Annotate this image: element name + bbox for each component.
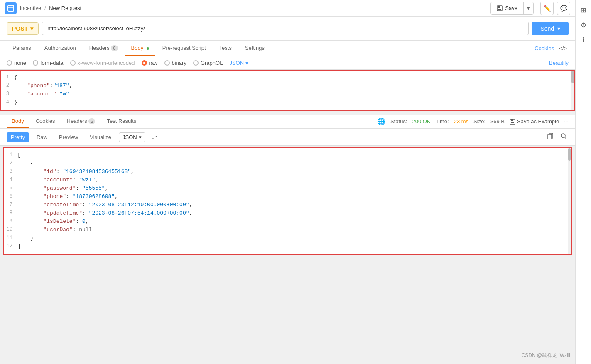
request-name[interactable]: New Request: [49, 5, 81, 11]
resp-line-10: 10 "userDao": null: [4, 226, 571, 235]
format-tab-raw[interactable]: Raw: [32, 132, 51, 142]
save-dropdown-button[interactable]: ▾: [524, 2, 533, 14]
method-arrow-icon: ▾: [30, 25, 33, 32]
request-tabs: Params Authorization Headers 8 Body Pre-…: [0, 41, 575, 56]
svg-rect-7: [511, 119, 513, 121]
app-logo: [5, 2, 17, 14]
tab-pre-request-script[interactable]: Pre-request Script: [157, 41, 212, 56]
resp-line-5: 5 "password": "55555",: [4, 185, 571, 193]
right-sidebar: ⊞ ⚙ ℹ: [575, 0, 591, 257]
time-value: 23 ms: [454, 118, 468, 125]
radio-raw[interactable]: raw: [142, 60, 158, 66]
sidebar-icon-3[interactable]: ℹ: [577, 33, 590, 46]
top-icon-group: ✏️ 💬: [540, 2, 570, 15]
save-label: Save: [505, 5, 517, 11]
resp-tab-cookies[interactable]: Cookies: [31, 115, 60, 128]
tab-authorization[interactable]: Authorization: [39, 41, 82, 56]
request-code-editor[interactable]: 1 { 2 "phone":"187", 3 "account":"w" 4 }: [1, 71, 574, 110]
radio-urlencoded-circle: [70, 60, 76, 66]
wrap-icon[interactable]: ⇌: [152, 133, 157, 141]
resp-tab-body[interactable]: Body: [7, 115, 29, 128]
size-label: Size:: [473, 118, 486, 125]
cookies-link[interactable]: Cookies: [533, 41, 556, 56]
resp-line-3: 3 "id": "1694321084536455168",: [4, 168, 571, 176]
request-body-editor: 1 { 2 "phone":"187", 3 "account":"w" 4 }: [0, 70, 575, 111]
radio-none[interactable]: none: [7, 60, 26, 66]
svg-rect-8: [511, 122, 514, 123]
radio-graphql-circle: [193, 60, 199, 66]
resp-tab-test-results[interactable]: Test Results: [102, 115, 141, 128]
resp-line-7: 7 "createTime": "2023-08-23T12:10:00.000…: [4, 201, 571, 210]
tab-body[interactable]: Body: [125, 41, 155, 56]
format-tab-visualize[interactable]: Visualize: [86, 132, 115, 142]
sidebar-icon-2[interactable]: ⚙: [577, 18, 590, 32]
radio-graphql-label: GraphQL: [201, 60, 223, 66]
json-arrow-icon: ▾: [245, 60, 248, 66]
more-options-icon[interactable]: ···: [564, 118, 569, 125]
send-button[interactable]: Send ▾: [532, 22, 569, 35]
send-label: Send: [540, 25, 554, 32]
resp-tab-headers[interactable]: Headers 5: [62, 115, 101, 128]
svg-rect-4: [498, 6, 500, 8]
radio-none-circle: [7, 60, 12, 66]
req-line-3: 3 "account":"w": [1, 90, 574, 99]
radio-form-data[interactable]: form-data: [33, 60, 64, 66]
response-format-row: Pretty Raw Preview Visualize JSON ▾ ⇌: [0, 129, 575, 146]
save-button-group: Save ▾: [490, 2, 534, 15]
response-scrollbar[interactable]: [568, 148, 571, 254]
resp-line-6: 6 "phone": "18730628608",: [4, 193, 571, 201]
copy-icon[interactable]: [545, 131, 555, 143]
request-scrollbar[interactable]: [571, 71, 574, 110]
response-json-label: JSON: [123, 134, 137, 140]
body-type-row: none form-data x-www-form-urlencoded raw…: [0, 56, 575, 70]
resp-line-4: 4 "account": "wzl",: [4, 176, 571, 185]
resp-line-1: 1 [: [4, 151, 571, 160]
response-code-editor[interactable]: 1 [ 2 { 3 "id": "1694321084536455168", 4…: [4, 148, 571, 254]
radio-urlencoded[interactable]: x-www-form-urlencoded: [70, 60, 135, 66]
req-line-1: 1 {: [1, 74, 574, 82]
resp-line-11: 11 }: [4, 235, 571, 243]
url-input[interactable]: [42, 22, 529, 35]
svg-rect-10: [548, 134, 552, 139]
edit-icon: ✏️: [544, 5, 551, 12]
tab-headers[interactable]: Headers 8: [83, 41, 124, 56]
response-tabs: Body Cookies Headers 5 Test Results 🌐 St…: [0, 115, 575, 129]
collection-name[interactable]: incentive: [20, 5, 41, 11]
tab-params[interactable]: Params: [7, 41, 37, 56]
tab-tests[interactable]: Tests: [213, 41, 238, 56]
format-tab-preview[interactable]: Preview: [55, 132, 82, 142]
radio-form-data-label: form-data: [40, 60, 64, 66]
radio-graphql[interactable]: GraphQL: [193, 60, 223, 66]
comment-icon: 💬: [560, 5, 567, 12]
json-label: JSON: [229, 60, 244, 66]
sidebar-icon-1[interactable]: ⊞: [577, 3, 590, 17]
save-button[interactable]: Save: [491, 2, 523, 14]
resp-line-9: 9 "isDelete": 0,: [4, 218, 571, 226]
method-selector[interactable]: POST ▾: [7, 22, 39, 35]
response-json-selector[interactable]: JSON ▾: [119, 132, 145, 142]
size-value: 369 B: [490, 118, 505, 125]
search-icon[interactable]: [559, 131, 569, 143]
beautify-button[interactable]: Beautify: [549, 60, 569, 66]
response-status-area: 🌐 Status: 200 OK Time: 23 ms Size: 369 B…: [377, 117, 569, 125]
edit-icon-button[interactable]: ✏️: [540, 2, 554, 15]
breadcrumb-separator: /: [44, 5, 46, 11]
response-body-editor: 1 [ 2 { 3 "id": "1694321084536455168", 4…: [3, 147, 572, 255]
format-tab-pretty[interactable]: Pretty: [7, 132, 29, 142]
time-label: Time:: [436, 118, 449, 125]
request-scrollbar-thumb: [571, 71, 574, 83]
tab-settings[interactable]: Settings: [239, 41, 270, 56]
radio-form-data-circle: [33, 60, 38, 66]
request-bar: POST ▾ Send ▾: [0, 17, 575, 41]
resp-line-2: 2 {: [4, 160, 571, 168]
resp-line-8: 8 "updateTime": "2023-08-26T07:54:14.000…: [4, 210, 571, 218]
comment-icon-button[interactable]: 💬: [557, 2, 570, 15]
json-format-selector[interactable]: JSON ▾: [229, 60, 248, 66]
radio-binary[interactable]: binary: [164, 60, 186, 66]
svg-rect-0: [8, 5, 14, 11]
globe-icon: 🌐: [377, 117, 385, 125]
save-as-example-button[interactable]: Save as Example: [510, 118, 559, 125]
radio-binary-label: binary: [172, 60, 186, 66]
method-label: POST: [12, 25, 28, 32]
radio-raw-label: raw: [149, 60, 158, 66]
